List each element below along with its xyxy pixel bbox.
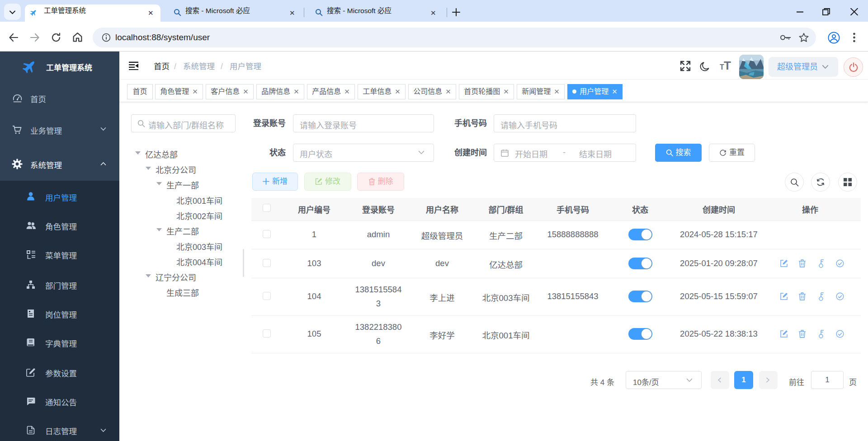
svg-text:T: T [724, 60, 731, 71]
